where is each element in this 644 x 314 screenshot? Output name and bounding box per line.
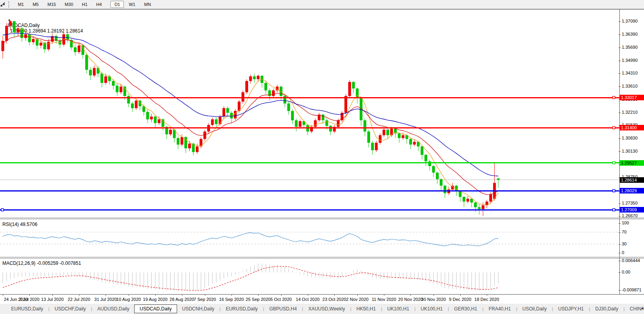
date-label: 14 Oct 2020 (296, 297, 320, 302)
macd-axis-label: -0.009871 (622, 287, 642, 292)
price-axis-label: 1.37090 (622, 19, 638, 23)
axis-tick (619, 138, 621, 139)
date-tick (3, 294, 3, 296)
axis-tick (619, 34, 621, 35)
tab-divider: | (350, 306, 351, 311)
date-tick (205, 294, 205, 296)
tab-divider: | (589, 306, 590, 311)
price-axis-label: 1.30130 (622, 149, 638, 153)
price-axis-label: 1.26670 (622, 213, 638, 218)
price-badge-1.27009: 1.27009 (620, 207, 644, 213)
tab-divider: | (91, 306, 92, 311)
timeframe-button-m1[interactable]: M1 (14, 1, 28, 8)
axis-tick (619, 290, 621, 291)
tab-divider: | (482, 306, 484, 311)
date-label: 19 Aug 2020 (143, 297, 168, 302)
hline-handle[interactable] (613, 209, 615, 211)
date-label: 18 Dec 2020 (474, 297, 499, 302)
axis-tick (619, 113, 621, 113)
tab-uk100-h1[interactable]: UK100,H1 (416, 304, 447, 313)
tab-divider: | (220, 306, 221, 311)
tab-divider: | (263, 306, 264, 311)
date-label: 13 Jul 2020 (41, 297, 64, 302)
timeframe-button-m5[interactable]: M5 (29, 1, 42, 8)
date-tick (29, 294, 30, 296)
timeframe-button-m15[interactable]: M15 (43, 1, 60, 8)
date-label: 22 Jul 2020 (68, 297, 91, 302)
tab-xauusd-weekly[interactable]: XAUUSD,Weekly (303, 304, 349, 313)
price-axis-label: 1.30830 (622, 136, 638, 140)
tab-dj30-daily[interactable]: DJ30,Daily (590, 304, 623, 313)
date-label: 5 Oct 2020 (270, 297, 292, 302)
tab-ger30-h1[interactable]: GER30,H1 (449, 304, 482, 313)
price-axis-label: 1.32210 (622, 110, 638, 115)
date-label: 25 Sep 2020 (246, 297, 270, 302)
tab-usoil-daily[interactable]: USOil,Daily (518, 304, 551, 313)
hline-handle[interactable] (613, 126, 615, 129)
tab-gbpusd-h4[interactable]: GBPUSD,H4 (264, 304, 301, 313)
rsi-chart (0, 219, 619, 257)
axis-tick (619, 244, 621, 245)
price-axis-label: 1.27350 (622, 201, 638, 205)
date-label: 28 Aug 2020 (170, 297, 194, 302)
hline-handle[interactable] (1, 209, 4, 211)
timeframe-button-mn[interactable]: MN (140, 1, 155, 8)
axis-tick (619, 203, 621, 204)
timeframe-button-w1[interactable]: W1 (125, 1, 139, 8)
tab-usdjpy-h1[interactable]: USDJPY,H1 (553, 304, 588, 313)
tab-fra40-h1[interactable]: FRA40,H1 (484, 304, 516, 313)
date-label: 23 Oct 2020 (322, 297, 346, 302)
date-tick (155, 294, 156, 296)
timeframe-toolbar: ▼ M1M5M15M30H1H4D1W1MN (0, 0, 644, 9)
axis-tick (619, 48, 621, 48)
tab-divider: | (448, 306, 449, 311)
axis-tick (619, 21, 621, 22)
hline-handle[interactable] (613, 96, 615, 99)
price-badge-1.28029: 1.28029 (620, 188, 644, 193)
axis-tick (619, 151, 621, 152)
date-label: 20 Nov 2020 (398, 297, 423, 302)
tab-scroll-left-icon[interactable]: ◂ (641, 306, 643, 310)
tab-usdchf-daily[interactable]: USDCHF,Daily (50, 304, 91, 313)
toolbar-grip-handle[interactable] (8, 1, 11, 8)
tab-eurusd-daily[interactable]: EURUSD,Daily (6, 304, 48, 313)
tab-divider: | (516, 306, 517, 311)
date-label: 16 Sep 2020 (219, 297, 244, 302)
timeframe-button-d1[interactable]: D1 (110, 1, 124, 8)
tab-usdcnh-daily[interactable]: USDCNH,Daily (177, 304, 219, 313)
date-label: 7 Sep 2020 (194, 297, 216, 302)
timeframe-button-h1[interactable]: H1 (78, 1, 91, 8)
tab-hk50-h1[interactable]: HK50,H1 (352, 304, 381, 313)
ma-mid-line (3, 36, 498, 195)
date-tick (384, 294, 384, 296)
axis-tick (619, 216, 621, 216)
tab-audusd-daily[interactable]: AUDUSD,Daily (93, 304, 134, 313)
date-tick (357, 294, 358, 296)
date-tick (106, 294, 106, 296)
tab-divider: | (552, 306, 553, 311)
rsi-axis-label: 0 (622, 250, 624, 255)
date-tick (52, 294, 53, 296)
price-badge-1.28614: 1.28614 (620, 177, 644, 183)
tab-uk100-h1[interactable]: UK100,H1 (382, 304, 414, 313)
axis-tick (619, 272, 621, 273)
date-label: 10 Aug 2020 (116, 297, 141, 302)
date-label: 3 Jul 2020 (19, 297, 40, 302)
timeframe-button-m30[interactable]: M30 (61, 1, 77, 8)
tab-usdcad-daily[interactable]: USDCAD,Daily (134, 304, 177, 313)
date-label: 30 Nov 2020 (421, 297, 446, 302)
tab-divider: | (381, 306, 382, 311)
date-tick (434, 294, 434, 296)
price-badge-1.29527: 1.29527 (620, 160, 644, 166)
ma-fast-line (18, 29, 498, 205)
mt4-window: ▼ M1M5M15M30H1H4D1W1MN ▼ USDCAD,Daily 1.… (0, 0, 644, 314)
timeframe-button-h4[interactable]: H4 (92, 1, 106, 8)
hline-handle[interactable] (613, 190, 615, 192)
rsi-axis-label: 70 (622, 230, 627, 234)
axis-tick (619, 86, 621, 87)
date-label: 2 Nov 2020 (346, 297, 368, 302)
price-badge-1.31400: 1.31400 (620, 125, 644, 130)
hline-handle[interactable] (613, 162, 615, 164)
axis-tick (619, 61, 621, 61)
tab-eurusd-daily[interactable]: EURUSD,Daily (221, 304, 263, 313)
